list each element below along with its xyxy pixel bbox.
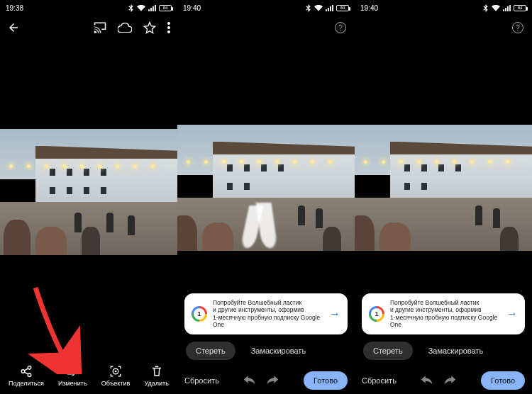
reset-button[interactable]: Сбросить — [184, 376, 219, 385]
redo-icon[interactable] — [266, 376, 279, 385]
edit-bottom-bar: Сбросить Готово — [177, 371, 355, 390]
svg-point-8 — [72, 367, 74, 369]
arrow-right-icon: → — [329, 308, 340, 320]
status-bar: 19:38 84 — [0, 0, 177, 16]
svg-point-6 — [72, 373, 74, 375]
google-one-icon: 1 — [369, 306, 384, 322]
more-icon[interactable] — [167, 22, 170, 33]
tool-chip-row: Стереть Замаскировать — [177, 342, 355, 360]
trash-icon — [150, 365, 163, 378]
photo-viewer[interactable] — [0, 129, 177, 255]
svg-point-5 — [28, 373, 31, 377]
arrow-right-icon: → — [506, 308, 518, 320]
clock: 19:38 — [6, 4, 23, 12]
editor-topbar: ? — [177, 16, 355, 40]
svg-point-3 — [28, 366, 31, 369]
delete-label: Удалить — [144, 380, 168, 387]
erase-chip[interactable]: Стереть — [363, 342, 413, 360]
wifi-icon — [492, 5, 500, 11]
status-bar: 19:40 84 — [355, 0, 532, 16]
star-icon[interactable] — [143, 21, 156, 34]
delete-button[interactable]: Удалить — [144, 365, 168, 387]
wifi-icon — [137, 5, 145, 11]
done-button[interactable]: Готово — [481, 371, 525, 390]
svg-point-1 — [167, 26, 170, 29]
svg-point-0 — [167, 22, 170, 25]
share-label: Поделиться — [9, 380, 44, 387]
edit-label: Изменить — [58, 380, 87, 387]
lens-button[interactable]: Объектив — [101, 365, 130, 387]
erase-chip[interactable]: Стереть — [186, 342, 235, 360]
clock: 19:40 — [183, 4, 201, 12]
promo-text: Попробуйте Волшебный ластик и другие инс… — [390, 299, 501, 330]
battery-icon: 84 — [514, 5, 526, 11]
cast-icon[interactable] — [94, 22, 106, 33]
google-one-promo[interactable]: 1 Попробуйте Волшебный ластик и другие и… — [362, 293, 525, 335]
done-button[interactable]: Готово — [304, 371, 348, 390]
promo-text: Попробуйте Волшебный ластик и другие инс… — [213, 299, 323, 330]
battery-icon: 84 — [336, 5, 349, 11]
share-button[interactable]: Поделиться — [9, 365, 44, 387]
signal-icon — [326, 5, 333, 11]
back-icon[interactable] — [7, 21, 20, 34]
edit-bottom-bar: Сбросить Готово — [355, 371, 532, 390]
editor-panel-1: 19:40 84 ? 1 Попробуйте Вол — [177, 0, 355, 394]
lens-icon — [109, 365, 122, 378]
bluetooth-icon — [128, 4, 134, 12]
svg-point-7 — [75, 370, 77, 372]
lens-label: Объектив — [101, 380, 130, 387]
tool-chip-row: Стереть Замаскировать — [355, 342, 532, 360]
share-icon — [20, 365, 33, 378]
viewer-topbar — [0, 16, 177, 40]
help-icon[interactable]: ? — [335, 22, 346, 33]
editor-topbar: ? — [355, 16, 532, 40]
reset-button[interactable]: Сбросить — [362, 376, 397, 385]
edit-icon — [66, 365, 79, 378]
viewer-panel: 19:38 84 — [0, 0, 177, 394]
mask-chip[interactable]: Замаскировать — [241, 342, 316, 360]
bluetooth-icon — [482, 4, 489, 12]
mask-chip[interactable]: Замаскировать — [419, 342, 494, 360]
svg-point-2 — [167, 30, 170, 33]
cloud-icon[interactable] — [118, 23, 132, 33]
action-bar: Поделиться Изменить Объектив Удалить — [0, 357, 177, 394]
status-bar: 19:40 84 — [177, 0, 355, 16]
edit-button[interactable]: Изменить — [58, 365, 87, 387]
google-one-icon: 1 — [192, 306, 207, 322]
clock: 19:40 — [360, 4, 378, 12]
photo-editor-canvas[interactable] — [177, 125, 355, 251]
photo-editor-canvas[interactable] — [355, 125, 532, 251]
svg-point-10 — [115, 370, 117, 372]
google-one-promo[interactable]: 1 Попробуйте Волшебный ластик и другие и… — [184, 293, 348, 335]
redo-icon[interactable] — [443, 376, 456, 385]
editor-panel-2: 19:40 84 ? 1 Попробуйте Волшебны — [355, 0, 532, 394]
help-icon[interactable]: ? — [512, 22, 523, 33]
bluetooth-icon — [305, 4, 311, 12]
signal-icon — [148, 5, 156, 11]
svg-point-4 — [21, 369, 25, 373]
wifi-icon — [314, 5, 323, 11]
undo-icon[interactable] — [421, 376, 433, 385]
battery-icon: 84 — [159, 5, 172, 11]
undo-icon[interactable] — [243, 376, 256, 385]
signal-icon — [503, 5, 511, 11]
